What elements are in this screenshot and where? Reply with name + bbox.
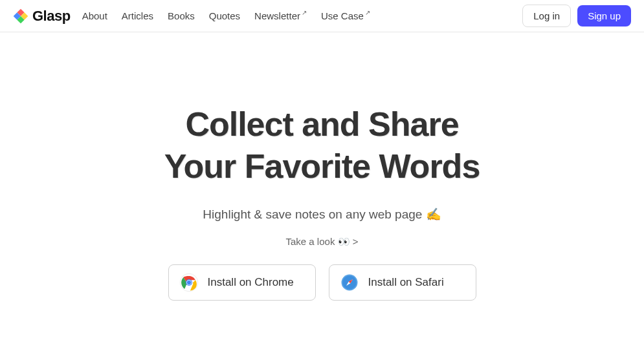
nav-quotes[interactable]: Quotes bbox=[209, 10, 240, 21]
nav-newsletter-label: Newsletter bbox=[254, 10, 300, 21]
nav-usecase-label: Use Case bbox=[321, 10, 364, 21]
external-link-icon: ↗ bbox=[302, 9, 307, 16]
nav-usecase[interactable]: Use Case↗ bbox=[321, 10, 370, 21]
brand-name: Glasp bbox=[32, 8, 71, 25]
nav-about-label: About bbox=[82, 10, 107, 21]
install-chrome-label: Install on Chrome bbox=[208, 276, 294, 289]
auth-buttons: Log in Sign up bbox=[522, 5, 631, 27]
nav-articles[interactable]: Articles bbox=[122, 10, 153, 21]
install-safari-label: Install on Safari bbox=[368, 276, 444, 289]
safari-icon bbox=[340, 273, 359, 292]
nav-quotes-label: Quotes bbox=[209, 10, 240, 21]
glasp-logo-icon bbox=[13, 8, 28, 24]
take-a-look-link[interactable]: Take a look 👀 > bbox=[0, 236, 644, 248]
main-nav: About Articles Books Quotes Newsletter↗ … bbox=[82, 10, 370, 21]
nav-books-label: Books bbox=[168, 10, 195, 21]
nav-articles-label: Articles bbox=[122, 10, 153, 21]
signup-button[interactable]: Sign up bbox=[577, 5, 631, 27]
install-chrome-button[interactable]: Install on Chrome bbox=[168, 264, 316, 301]
nav-books[interactable]: Books bbox=[168, 10, 195, 21]
hero-section: Collect and Share Your Favorite Words Hi… bbox=[0, 32, 644, 301]
chrome-icon bbox=[179, 273, 199, 292]
install-buttons-row: Install on Chrome Install on Safari bbox=[0, 264, 644, 301]
hero-subhead: Highlight & save notes on any web page ✍… bbox=[0, 207, 644, 222]
install-safari-button[interactable]: Install on Safari bbox=[329, 264, 476, 301]
hero-headline: Collect and Share Your Favorite Words bbox=[0, 103, 644, 187]
nav-about[interactable]: About bbox=[82, 10, 107, 21]
nav-newsletter[interactable]: Newsletter↗ bbox=[254, 10, 307, 21]
external-link-icon: ↗ bbox=[365, 9, 370, 16]
logo[interactable]: Glasp bbox=[13, 8, 71, 25]
svg-point-7 bbox=[186, 281, 190, 284]
login-button[interactable]: Log in bbox=[522, 5, 571, 27]
site-header: Glasp About Articles Books Quotes Newsle… bbox=[0, 0, 644, 32]
